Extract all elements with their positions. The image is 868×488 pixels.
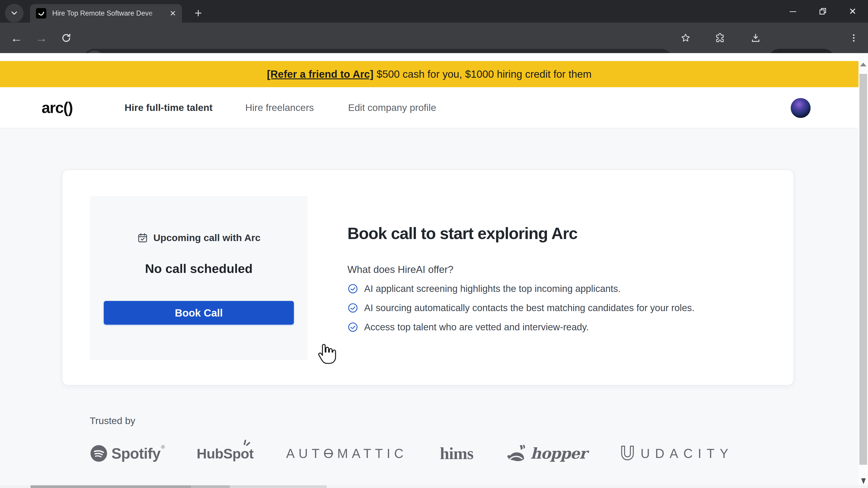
call-status-text: No call scheduled (90, 261, 308, 276)
spotify-icon (90, 445, 108, 462)
offer-heading: Book call to start exploring Arc (347, 224, 578, 242)
forward-button[interactable]: → (31, 23, 52, 53)
scrollbar-down-arrow[interactable] (861, 478, 866, 484)
offer-question: What does HireAI offer? (347, 264, 454, 275)
browser-tab[interactable]: Hire Top Remote Software Deve ✕ (30, 4, 182, 23)
upcoming-call-label: Upcoming call with Arc (153, 232, 260, 243)
reload-button[interactable] (56, 23, 76, 53)
browser-window: Hire Top Remote Software Deve ✕ + ─ ✕ ← … (0, 0, 868, 488)
browser-titlebar: Hire Top Remote Software Deve ✕ + ─ ✕ (0, 0, 868, 23)
window-minimize-button[interactable]: ─ (779, 0, 807, 23)
hims-logo: hims (440, 444, 473, 463)
tab-close-icon[interactable]: ✕ (170, 9, 176, 17)
offer-bullet-text: Access top talent who are vetted and int… (364, 322, 589, 332)
spotify-registered-mark: ® (161, 444, 165, 450)
extensions-button[interactable] (712, 23, 728, 53)
book-call-card: Upcoming call with Arc No call scheduled… (62, 169, 794, 385)
hims-wordmark: hims (440, 444, 473, 463)
page-top-gap (0, 53, 859, 61)
trusted-by-label: Trusted by (90, 415, 135, 426)
nav-item-edit-company-profile[interactable]: Edit company profile (348, 87, 436, 128)
circle-check-icon (347, 283, 358, 294)
spotify-wordmark: Spotify (112, 445, 160, 462)
download-icon (750, 33, 761, 43)
udacity-wordmark: UDACITY (641, 446, 734, 461)
window-restore-button[interactable] (809, 0, 836, 23)
hopper-logo: hopper (506, 444, 587, 463)
site-navbar: arc() Hire full-time talent Hire freelan… (0, 87, 859, 128)
tab-title: Hire Top Remote Software Deve (52, 9, 167, 18)
book-call-button[interactable]: Book Call (104, 301, 294, 325)
downloads-button[interactable] (748, 23, 764, 53)
offer-bullet: Access top talent who are vetted and int… (347, 322, 589, 332)
user-avatar[interactable] (791, 98, 811, 118)
hubspot-wordmark: HubSpot (197, 446, 253, 462)
automattic-logo: AUTOMATTIC (286, 446, 407, 461)
hubspot-logo: HubSpot (197, 446, 253, 462)
hopper-wordmark: hopper (530, 445, 587, 462)
arc-favicon-icon (36, 8, 46, 19)
offer-bullet-text: AI sourcing automatically contacts the b… (364, 302, 694, 313)
automattic-wordmark: AUTOMATTIC (286, 446, 407, 461)
trusted-logos-row: Spotify ® HubSpot AUTOMATTIC hims hopper (90, 434, 734, 473)
referral-message: $500 cash for you, $1000 hiring credit f… (377, 68, 592, 80)
back-button[interactable]: ← (6, 23, 27, 53)
nav-item-hire-full-time[interactable]: Hire full-time talent (125, 87, 213, 128)
udacity-u-icon (619, 444, 636, 463)
bookmark-star-button[interactable] (678, 23, 693, 53)
referral-link[interactable]: [Refer a friend to Arc] (267, 68, 373, 80)
offer-bullet-text: AI applicant screening highlights the to… (364, 283, 621, 294)
browser-menu-button[interactable] (846, 23, 862, 53)
browser-toolbar: ← → arc.dev/full-time/check (0, 23, 868, 53)
mouse-cursor (316, 343, 338, 366)
offer-bullet: AI sourcing automatically contacts the b… (347, 302, 694, 313)
scrollbar-thumb[interactable] (860, 74, 867, 465)
calendar-check-icon (137, 232, 148, 243)
nav-item-hire-freelancers[interactable]: Hire freelancers (245, 87, 314, 128)
arc-logo[interactable]: arc() (41, 87, 72, 128)
page-scrollbar[interactable] (859, 53, 868, 488)
hopper-bunny-icon (506, 444, 529, 463)
restore-icon (818, 7, 827, 15)
window-close-button[interactable]: ✕ (839, 0, 866, 23)
three-dots-icon (849, 33, 859, 43)
referral-banner: [Refer a friend to Arc] $500 cash for yo… (0, 61, 859, 87)
upcoming-call-row: Upcoming call with Arc (90, 232, 308, 243)
window-bottom-edge (0, 485, 868, 488)
spotify-logo: Spotify ® (90, 445, 164, 462)
star-icon (680, 33, 691, 43)
offer-column: Book call to start exploring Arc What do… (347, 170, 777, 386)
udacity-logo: UDACITY (619, 444, 734, 463)
circle-check-icon (347, 322, 358, 332)
new-tab-button[interactable]: + (190, 5, 206, 21)
call-status-panel: Upcoming call with Arc No call scheduled… (90, 196, 308, 360)
chevron-down-icon (10, 8, 19, 18)
offer-bullet: AI applicant screening highlights the to… (347, 283, 621, 294)
scrollbar-up-arrow[interactable] (860, 63, 866, 66)
tab-search-button[interactable] (5, 4, 24, 22)
circle-check-icon (347, 302, 358, 313)
reload-icon (61, 33, 72, 43)
puzzle-icon (715, 33, 725, 43)
